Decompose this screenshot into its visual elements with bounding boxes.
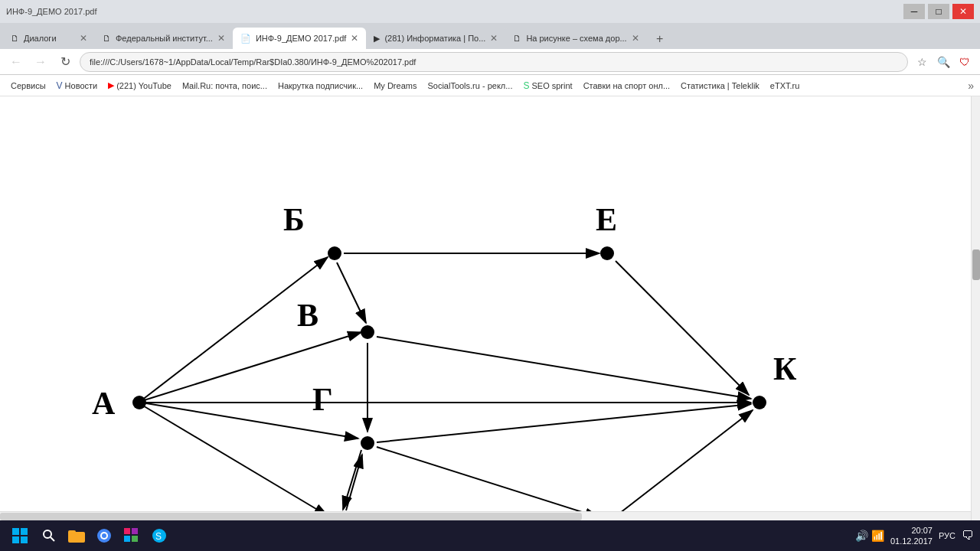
node-b-dot (328, 246, 341, 260)
label-a: А (92, 386, 116, 421)
edge-g-d (343, 450, 361, 510)
taskbar: S 🔊 📶 20:07 01.12.2017 РУС 🗨 (0, 520, 980, 551)
bookmark-nakrutka[interactable]: Накрутка подписчик... (273, 80, 368, 92)
svg-rect-8 (68, 530, 76, 535)
svg-rect-4 (21, 536, 28, 543)
search-taskbar-icon[interactable] (37, 523, 61, 548)
tab-icon: 📄 (240, 34, 251, 44)
content-area: А Б В Г Е К Д Ж (0, 96, 980, 520)
bookmark-label: Новости (65, 81, 98, 90)
bookmark-label: Сервисы (11, 81, 46, 90)
bookmark-label: My Dreams (374, 81, 416, 90)
language-indicator: РУС (939, 531, 956, 540)
tab-inf9[interactable]: 📄 ИНФ-9_ДЕМО 2017.pdf ✕ (233, 28, 367, 49)
edge-zh-k (616, 410, 753, 516)
tab-federal[interactable]: 🗋 Федеральный институт... ✕ (95, 28, 233, 49)
bookmark-label: Ставки на спорт онл... (583, 81, 670, 90)
chrome-logo-icon (96, 528, 112, 543)
start-button[interactable] (6, 522, 34, 549)
tab-icon: ▶ (374, 34, 380, 44)
bookmark-etxt[interactable]: eTXT.ru (766, 80, 805, 92)
edge-d-g (346, 455, 362, 510)
tab-icon: 🗋 (11, 34, 19, 43)
tab-icon: 🗋 (103, 34, 111, 43)
address-bar[interactable]: file:///C:/Users/1678~1/AppData/Local/Te… (80, 52, 908, 72)
bookmark-seo[interactable]: SSEO sprint (518, 79, 577, 93)
bookmark-socialtools[interactable]: SocialTools.ru - рекл... (423, 80, 517, 92)
svg-text:S: S (155, 531, 162, 542)
scrollbar-thumb-v[interactable] (972, 249, 980, 280)
edge-b-v (337, 262, 366, 323)
back-button[interactable]: ← (6, 52, 26, 72)
horizontal-scrollbar[interactable] (0, 511, 971, 520)
label-v: В (297, 298, 318, 333)
bookmark-label: (221) YouTube (116, 81, 172, 90)
tab-close-icon[interactable]: ✕ (80, 33, 87, 44)
tab-close-icon[interactable]: ✕ (351, 33, 358, 44)
tab-dialogi[interactable]: 🗋 Диалоги ✕ (3, 28, 95, 49)
bookmark-label: eTXT.ru (770, 81, 800, 90)
bookmark-label: SocialTools.ru - рекл... (427, 81, 512, 90)
svg-rect-3 (12, 536, 19, 543)
title-text: ИНФ-9_ДЕМО 2017.pdf (6, 7, 97, 16)
bookmark-label: Mail.Ru: почта, поис... (182, 81, 267, 90)
tab-close-icon[interactable]: ✕ (490, 33, 498, 44)
notification-icon[interactable]: 🗨 (962, 529, 974, 543)
svg-rect-2 (21, 528, 28, 535)
bookmark-news[interactable]: VНовости (52, 79, 103, 93)
bookmark-dreams[interactable]: My Dreams (369, 80, 421, 92)
bookmark-star-button[interactable]: ☆ (913, 53, 931, 71)
skype-logo-icon: S (152, 528, 167, 543)
new-tab-button[interactable]: + (650, 29, 670, 49)
chrome-icon[interactable] (92, 523, 116, 548)
bookmark-label: SEO sprint (531, 81, 572, 90)
edge-v-k (377, 337, 751, 399)
bookmark-stavki[interactable]: Ставки на спорт онл... (579, 80, 675, 92)
maximize-button[interactable]: □ (928, 4, 949, 19)
svg-rect-15 (132, 536, 138, 542)
svg-rect-12 (124, 528, 130, 534)
skype-icon[interactable]: S (147, 523, 172, 548)
apps-icon[interactable] (119, 523, 144, 548)
scrollbar-thumb-h[interactable] (0, 513, 582, 520)
tab-label: Федеральный институт... (116, 34, 213, 43)
bookmark-youtube[interactable]: ▶(221) YouTube (103, 79, 176, 92)
window-controls: ─ □ ✕ (903, 4, 974, 19)
time-text: 20:07 (890, 525, 933, 536)
title-bar: ИНФ-9_ДЕМО 2017.pdf ─ □ ✕ (0, 0, 980, 23)
minimize-button[interactable]: ─ (903, 4, 925, 19)
tab-close-icon[interactable]: ✕ (632, 33, 639, 44)
svg-rect-14 (124, 536, 130, 542)
label-k: К (773, 351, 797, 386)
close-button[interactable]: ✕ (952, 4, 974, 19)
node-a-dot (132, 396, 146, 409)
refresh-button[interactable]: ↻ (55, 52, 75, 72)
edge-g-k (377, 404, 751, 442)
bookmark-label: Накрутка подписчик... (278, 81, 363, 90)
tab-label: (281) Информатика | По... (384, 34, 485, 43)
tab-youtube[interactable]: ▶ (281) Информатика | По... ✕ (366, 28, 505, 49)
adblock-button[interactable]: 🛡 (956, 53, 974, 71)
bookmark-servis[interactable]: Сервисы (6, 80, 51, 92)
tab-close-icon[interactable]: ✕ (217, 33, 225, 44)
tab-narisunke[interactable]: 🗋 На рисунке – схема дор... ✕ (505, 28, 646, 49)
bookmark-label: Статистика | Teleklik (681, 81, 760, 90)
bookmark-mail[interactable]: Mail.Ru: почта, поис... (178, 80, 272, 92)
tab-bar: 🗋 Диалоги ✕ 🗋 Федеральный институт... ✕ … (0, 23, 980, 49)
vertical-scrollbar[interactable] (971, 96, 980, 520)
edge-g-zh (377, 447, 599, 517)
label-e: Е (596, 202, 617, 237)
file-explorer-icon[interactable] (64, 523, 89, 548)
node-e-dot (600, 246, 614, 260)
node-k-dot (753, 396, 766, 409)
grid-icon (124, 528, 139, 543)
svg-point-5 (44, 530, 51, 538)
graph-container: А Б В Г Е К Д Ж (0, 96, 980, 520)
forward-button[interactable]: → (31, 52, 51, 72)
taskbar-right: 🔊 📶 20:07 01.12.2017 РУС 🗨 (855, 525, 974, 547)
bookmarks-bar: Сервисы VНовости ▶(221) YouTube Mail.Ru:… (0, 75, 980, 96)
bookmarks-more-button[interactable]: » (968, 80, 974, 92)
bookmark-statistika[interactable]: Статистика | Teleklik (676, 80, 764, 92)
tab-label: ИНФ-9_ДЕМО 2017.pdf (256, 34, 347, 43)
search-button[interactable]: 🔍 (934, 53, 952, 71)
